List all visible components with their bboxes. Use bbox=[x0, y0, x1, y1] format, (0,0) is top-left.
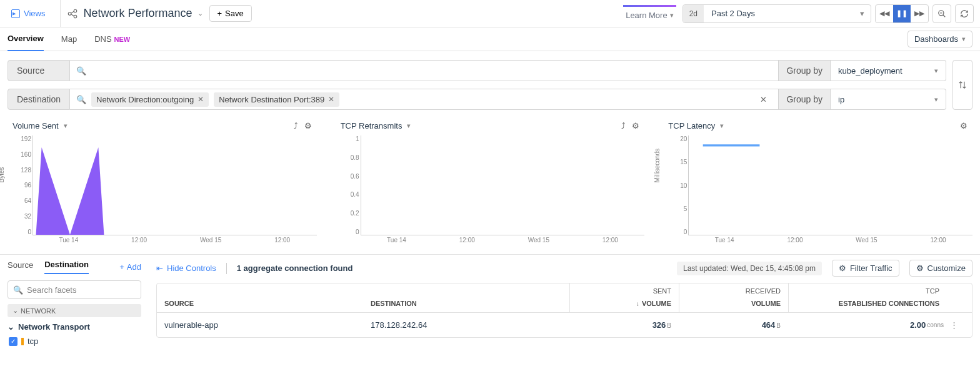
facet-section-network[interactable]: ⌄ NETWORK bbox=[8, 304, 141, 317]
filter-chip-direction[interactable]: Network Direction:outgoing ✕ bbox=[91, 92, 209, 107]
customize-label: Customize bbox=[928, 263, 966, 273]
step-back-button[interactable]: ◀◀ bbox=[876, 5, 893, 22]
gear-icon[interactable]: ⚙ bbox=[304, 121, 312, 130]
filter-traffic-button[interactable]: ⚙ Filter Traffic bbox=[832, 260, 899, 277]
ytick: 10 bbox=[680, 182, 687, 189]
tab-dns[interactable]: DNS NEW bbox=[94, 27, 130, 51]
last-updated: Last updated: Wed, Dec 15, 4:45:08 pm bbox=[677, 262, 822, 275]
row-menu-button[interactable]: ⋮ bbox=[944, 320, 964, 330]
time-range-picker[interactable]: 2d Past 2 Days ▾ bbox=[682, 4, 871, 23]
plot-area bbox=[361, 135, 645, 235]
hide-controls-label: Hide Controls bbox=[167, 263, 216, 273]
facet-search-input[interactable]: 🔍 Search facets bbox=[8, 280, 141, 299]
save-label: Save bbox=[225, 9, 244, 18]
export-icon[interactable]: ⤴ bbox=[294, 121, 298, 130]
x-axis: Tue 14 12:00 Wed 15 12:00 bbox=[32, 237, 317, 248]
add-label: Add bbox=[127, 262, 141, 272]
learn-more-link[interactable]: Learn More ▾ bbox=[623, 5, 676, 22]
dashboards-button[interactable]: Dashboards ▾ bbox=[908, 31, 972, 47]
th-sent-volume[interactable]: ↓VOLUME bbox=[570, 295, 679, 312]
add-facet-button[interactable]: + Add bbox=[119, 262, 141, 272]
filter-traffic-label: Filter Traffic bbox=[850, 263, 892, 273]
close-icon[interactable]: ✕ bbox=[198, 95, 204, 104]
table-row[interactable]: vulnerable-app 178.128.242.64 326B 464B … bbox=[157, 312, 972, 337]
cell-tcp: 2.00conns ⋮ bbox=[788, 315, 972, 335]
tab-map[interactable]: Map bbox=[61, 27, 77, 51]
customize-button[interactable]: ⚙ Customize bbox=[909, 260, 972, 277]
pause-button[interactable]: ❚❚ bbox=[893, 5, 911, 22]
xtick: Wed 15 bbox=[528, 237, 549, 248]
chevron-down-icon[interactable]: ▾ bbox=[64, 122, 68, 130]
ytick: 0 bbox=[28, 229, 31, 235]
svg-line-6 bbox=[943, 14, 946, 17]
th-established[interactable]: ESTABLISHED CONNECTIONS bbox=[789, 295, 947, 312]
facet-group-label: Network Transport bbox=[18, 322, 90, 332]
th-destination[interactable]: DESTINATION bbox=[363, 295, 569, 312]
ytick: 128 bbox=[21, 167, 31, 174]
title-area: Network Performance ⌄ bbox=[67, 7, 202, 20]
svg-line-4 bbox=[71, 14, 74, 16]
facet-item-label: tcp bbox=[28, 337, 38, 346]
learn-more-label: Learn More bbox=[626, 11, 667, 20]
gear-icon[interactable]: ⚙ bbox=[632, 121, 639, 130]
ytick: 32 bbox=[24, 213, 31, 220]
top-bar: Views Network Performance ⌄ + Save Learn… bbox=[0, 0, 980, 27]
th-source[interactable]: SOURCE bbox=[157, 295, 363, 312]
swap-button[interactable] bbox=[952, 60, 972, 110]
y-axis: 1 0.8 0.6 0.4 0.2 0 bbox=[336, 135, 359, 235]
source-groupby-select[interactable]: kube_deployment ▾ bbox=[831, 60, 946, 81]
checkbox-checked-icon[interactable]: ✓ bbox=[9, 337, 18, 346]
chart-tcp-latency: TCP Latency ▾ ⚙ Milliseconds 20 15 10 5 … bbox=[663, 121, 972, 248]
step-forward-button[interactable]: ▶▶ bbox=[911, 5, 928, 22]
color-swatch bbox=[21, 338, 24, 345]
search-icon: 🔍 bbox=[76, 95, 86, 104]
chevron-down-icon[interactable]: ▾ bbox=[720, 122, 724, 130]
chevron-down-icon: ▾ bbox=[854, 9, 871, 18]
save-button[interactable]: + Save bbox=[209, 5, 252, 22]
views-button[interactable]: Views bbox=[6, 0, 61, 27]
filter-chip-port[interactable]: Network Destination Port:389 ✕ bbox=[214, 92, 339, 107]
results-panel: ⇤ Hide Controls 1 aggregate connection f… bbox=[149, 255, 980, 351]
facet-section-label: NETWORK bbox=[21, 307, 56, 315]
xtick: Tue 14 bbox=[59, 237, 78, 248]
ytick: 15 bbox=[680, 159, 687, 165]
gear-icon[interactable]: ⚙ bbox=[960, 121, 968, 130]
xtick: 12:00 bbox=[131, 237, 147, 248]
chevron-down-icon[interactable]: ▾ bbox=[407, 122, 411, 130]
sent-value: 326 bbox=[652, 320, 666, 330]
facet-tab-source[interactable]: Source bbox=[8, 260, 33, 273]
export-icon[interactable]: ⤴ bbox=[621, 121, 626, 130]
time-range-short: 2d bbox=[683, 5, 704, 22]
x-axis: Tue 14 12:00 Wed 15 12:00 bbox=[361, 237, 645, 248]
facet-tab-destination[interactable]: Destination bbox=[44, 260, 89, 274]
plot-area bbox=[32, 135, 317, 235]
groupby-label: Group by bbox=[779, 89, 831, 110]
facet-group-network-transport[interactable]: ⌄ Network Transport bbox=[8, 322, 141, 332]
th-label: VOLUME bbox=[642, 300, 671, 307]
recv-unit: B bbox=[776, 322, 781, 329]
hide-controls-button[interactable]: ⇤ Hide Controls bbox=[156, 263, 216, 273]
gear-icon: ⚙ bbox=[916, 263, 924, 273]
xtick: 12:00 bbox=[787, 237, 802, 248]
cell-received: 464B bbox=[679, 315, 788, 335]
facet-item-tcp[interactable]: ✓ tcp bbox=[8, 337, 141, 346]
source-filter-input[interactable]: 🔍 bbox=[70, 60, 779, 81]
collapse-icon: ⇤ bbox=[156, 263, 163, 273]
destination-groupby-select[interactable]: ip ▾ bbox=[831, 89, 946, 110]
zoom-out-button[interactable] bbox=[932, 4, 951, 23]
ytick: 0.4 bbox=[351, 191, 359, 198]
clear-filters-button[interactable]: ✕ bbox=[755, 95, 772, 104]
tab-overview[interactable]: Overview bbox=[8, 27, 44, 51]
xtick: Tue 14 bbox=[387, 237, 406, 248]
charts-row: Volume Sent ▾ ⤴ ⚙ Bytes 192 160 128 96 6… bbox=[0, 110, 980, 254]
svg-point-2 bbox=[74, 15, 78, 18]
chart-title: TCP Retransmits bbox=[341, 121, 402, 130]
refresh-button[interactable] bbox=[955, 4, 974, 23]
title-chevron-icon[interactable]: ⌄ bbox=[198, 9, 203, 17]
th-recv-volume[interactable]: VOLUME bbox=[679, 295, 788, 312]
destination-filter-input[interactable]: 🔍 Network Direction:outgoing ✕ Network D… bbox=[70, 89, 779, 110]
xtick: Wed 15 bbox=[856, 237, 877, 248]
chart-tcp-retransmits: TCP Retransmits ▾ ⤴ ⚙ 1 0.8 0.6 0.4 0.2 … bbox=[336, 121, 645, 248]
th-group-sent: SENT bbox=[570, 283, 679, 295]
close-icon[interactable]: ✕ bbox=[328, 95, 334, 104]
